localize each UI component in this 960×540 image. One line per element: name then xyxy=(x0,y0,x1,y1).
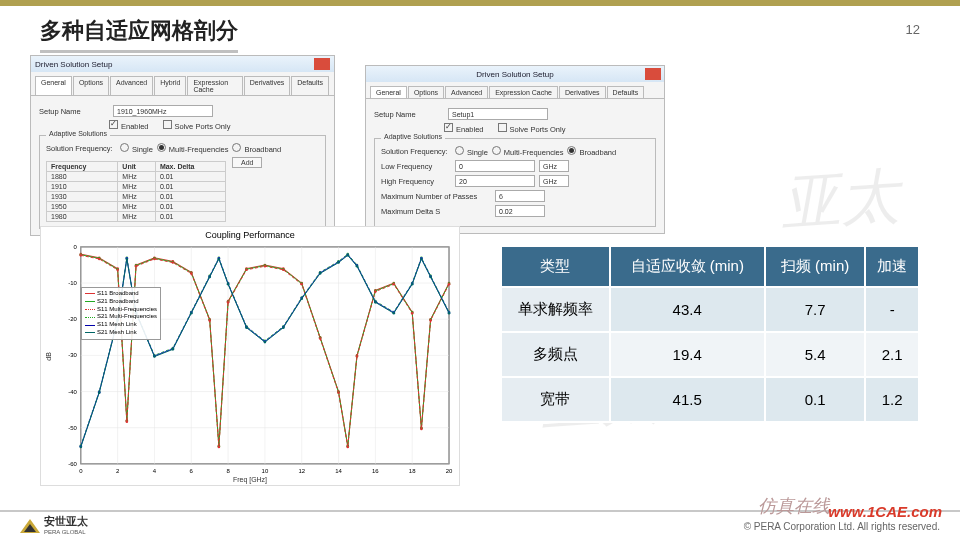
tab-strip: General Options Advanced Expression Cach… xyxy=(366,82,664,99)
tab-options[interactable]: Options xyxy=(408,86,444,98)
solve-ports-checkbox[interactable] xyxy=(498,123,507,132)
svg-point-105 xyxy=(356,355,359,358)
svg-point-179 xyxy=(346,254,349,257)
svg-point-100 xyxy=(282,269,285,272)
svg-point-173 xyxy=(245,326,248,329)
svg-text:-30: -30 xyxy=(68,352,77,358)
enabled-checkbox[interactable] xyxy=(444,123,453,132)
svg-point-92 xyxy=(153,258,156,261)
svg-text:20: 20 xyxy=(446,468,453,474)
tab-exprcache[interactable]: Expression Cache xyxy=(489,86,558,98)
svg-point-168 xyxy=(172,348,175,351)
svg-text:2: 2 xyxy=(116,468,120,474)
max-passes-input[interactable]: 6 xyxy=(495,190,545,202)
svg-point-111 xyxy=(448,283,451,286)
unit-select[interactable]: GHz xyxy=(539,175,569,187)
close-icon[interactable] xyxy=(645,68,661,80)
setup-name-input[interactable]: Setup1 xyxy=(448,108,548,120)
svg-text:10: 10 xyxy=(262,468,269,474)
adaptive-group-label: Adaptive Solutions xyxy=(381,133,445,140)
coupling-chart: Coupling Performance 02468101214161820-6… xyxy=(40,226,460,486)
svg-point-181 xyxy=(374,301,377,304)
svg-point-108 xyxy=(411,312,414,315)
slide-title: 多种自适应网格剖分 xyxy=(40,16,238,53)
svg-text:14: 14 xyxy=(335,468,342,474)
svg-point-175 xyxy=(282,326,285,329)
unit-select[interactable]: GHz xyxy=(539,160,569,172)
svg-point-94 xyxy=(190,272,193,275)
svg-point-107 xyxy=(392,283,395,286)
svg-point-182 xyxy=(392,312,395,315)
copyright: © PERA Corporation Ltd. All rights reser… xyxy=(744,521,940,532)
svg-point-91 xyxy=(135,265,138,268)
svg-point-171 xyxy=(218,258,221,261)
svg-text:0: 0 xyxy=(79,468,83,474)
tab-general[interactable]: General xyxy=(370,86,407,98)
svg-point-89 xyxy=(116,269,119,272)
svg-point-186 xyxy=(448,312,451,315)
watermark: 亚太 xyxy=(777,156,902,245)
svg-point-167 xyxy=(153,355,156,358)
svg-point-95 xyxy=(208,319,211,322)
svg-point-185 xyxy=(429,276,432,279)
svg-point-165 xyxy=(126,258,129,261)
setup-name-input[interactable]: 1910_1960MHz xyxy=(113,105,213,117)
svg-text:8: 8 xyxy=(226,468,230,474)
setup-name-label: Setup Name xyxy=(39,107,109,116)
tab-advanced[interactable]: Advanced xyxy=(110,76,153,95)
svg-point-90 xyxy=(126,420,129,423)
radio-single[interactable] xyxy=(120,143,129,152)
x-axis-label: Freq [GHz] xyxy=(233,476,267,484)
adaptive-group-label: Adaptive Solutions xyxy=(46,130,110,137)
high-freq-input[interactable]: 20 xyxy=(455,175,535,187)
svg-text:18: 18 xyxy=(409,468,416,474)
frequency-table: FrequencyUnitMax. Delta 1880MHz0.01 1910… xyxy=(46,161,226,222)
svg-text:-60: -60 xyxy=(68,461,77,467)
svg-point-101 xyxy=(300,283,303,286)
enabled-checkbox[interactable] xyxy=(109,120,118,129)
svg-point-163 xyxy=(98,391,101,394)
svg-point-88 xyxy=(98,258,101,261)
radio-broadband[interactable] xyxy=(567,146,576,155)
svg-text:0: 0 xyxy=(73,244,77,250)
url-watermark: www.1CAE.com xyxy=(828,503,942,520)
low-freq-input[interactable]: 0 xyxy=(455,160,535,172)
tab-defaults[interactable]: Defaults xyxy=(607,86,645,98)
tab-strip: General Options Advanced Hybrid Expressi… xyxy=(31,72,334,96)
radio-multi[interactable] xyxy=(492,146,501,155)
svg-text:-40: -40 xyxy=(68,389,77,395)
radio-single[interactable] xyxy=(455,146,464,155)
svg-text:-20: -20 xyxy=(68,316,77,322)
tab-exprcache[interactable]: Expression Cache xyxy=(187,76,242,95)
svg-point-87 xyxy=(80,254,83,257)
close-icon[interactable] xyxy=(314,58,330,70)
svg-text:4: 4 xyxy=(153,468,157,474)
tab-derivatives[interactable]: Derivatives xyxy=(559,86,606,98)
svg-point-110 xyxy=(429,319,432,322)
tab-hybrid[interactable]: Hybrid xyxy=(154,76,186,95)
tab-general[interactable]: General xyxy=(35,76,72,95)
svg-point-106 xyxy=(374,290,377,293)
tab-defaults[interactable]: Defaults xyxy=(291,76,329,95)
dialog-title: Driven Solution Setup xyxy=(476,70,553,79)
tab-advanced[interactable]: Advanced xyxy=(445,86,488,98)
svg-point-98 xyxy=(245,269,248,272)
svg-point-170 xyxy=(208,276,211,279)
comparison-table: 类型 自适应收敛 (min) 扫频 (min) 加速 单求解频率43.47.7-… xyxy=(500,245,920,423)
svg-point-184 xyxy=(420,258,423,261)
svg-point-104 xyxy=(346,446,349,449)
max-delta-input[interactable]: 0.02 xyxy=(495,205,545,217)
logo-icon xyxy=(20,519,40,533)
tab-derivatives[interactable]: Derivatives xyxy=(244,76,291,95)
radio-broadband[interactable] xyxy=(232,143,241,152)
solve-ports-label: Solve Ports Only xyxy=(175,122,231,131)
solve-ports-checkbox[interactable] xyxy=(163,120,172,129)
svg-text:12: 12 xyxy=(298,468,305,474)
y-axis-label: dB xyxy=(45,352,52,361)
enabled-label: Enabled xyxy=(121,122,149,131)
tab-options[interactable]: Options xyxy=(73,76,109,95)
add-button[interactable]: Add xyxy=(232,157,262,168)
radio-multi[interactable] xyxy=(157,143,166,152)
svg-point-178 xyxy=(337,261,340,264)
dialog-broadband: Driven Solution Setup General Options Ad… xyxy=(365,65,665,234)
